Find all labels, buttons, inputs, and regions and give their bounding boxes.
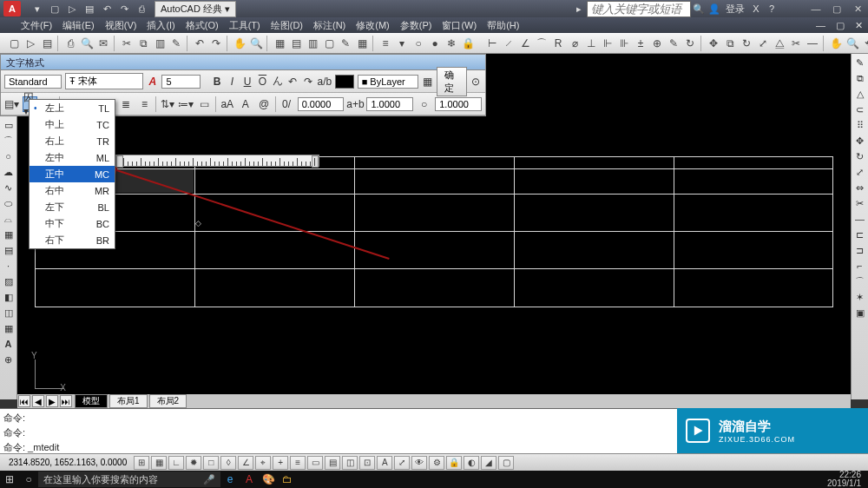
stack-button[interactable]: a/b bbox=[318, 74, 332, 89]
layer-color-select[interactable]: ■ ByLayer bbox=[358, 75, 418, 89]
arc-icon[interactable]: ⌒ bbox=[2, 134, 16, 148]
chamfer-icon[interactable]: ⌐ bbox=[853, 259, 867, 273]
menu-help[interactable]: 帮助(H) bbox=[482, 19, 524, 32]
oblique-icon[interactable]: 0/ bbox=[279, 96, 294, 112]
tab-layout2[interactable]: 布局2 bbox=[149, 394, 187, 408]
props-icon[interactable]: ▦ bbox=[272, 36, 287, 51]
scale2-icon[interactable]: ⤢ bbox=[853, 165, 867, 179]
move-icon[interactable]: ✥ bbox=[706, 36, 721, 51]
layers-icon[interactable]: ≡ bbox=[378, 36, 393, 51]
draworder-icon[interactable]: ▣ bbox=[853, 306, 867, 320]
column-handle-icon[interactable]: ◇ bbox=[194, 217, 201, 229]
dim-arc-icon[interactable]: ⌒ bbox=[534, 36, 549, 51]
italic-button[interactable]: I bbox=[227, 74, 238, 89]
layer-off-icon[interactable]: ○ bbox=[411, 36, 426, 51]
textstyle-select[interactable]: Standard bbox=[4, 75, 62, 89]
copy3-icon[interactable]: ⧉ bbox=[853, 71, 867, 85]
numbering-icon[interactable]: ≔▾ bbox=[178, 96, 194, 112]
rotate2-icon[interactable]: ↻ bbox=[853, 149, 867, 163]
line-spacing-icon[interactable]: ⇅▾ bbox=[160, 96, 174, 112]
menu-view[interactable]: 视图(V) bbox=[100, 19, 142, 32]
erase-icon[interactable]: ✎ bbox=[853, 56, 867, 69]
size-input[interactable]: 5 bbox=[161, 75, 200, 89]
dim-edit-icon[interactable]: ✎ bbox=[666, 36, 681, 51]
otrack-toggle[interactable]: ∠ bbox=[238, 456, 253, 470]
tracking-icon[interactable]: a+b bbox=[347, 96, 363, 112]
options-icon[interactable]: ⊙ bbox=[470, 74, 482, 89]
font-select[interactable]: Ŧ 宋体 bbox=[65, 73, 143, 89]
trim2-icon[interactable]: ✂ bbox=[853, 196, 867, 210]
min-icon[interactable]: — bbox=[806, 3, 826, 15]
layer-lock-icon[interactable]: 🔒 bbox=[460, 36, 476, 51]
menu-tools[interactable]: 工具(T) bbox=[224, 19, 266, 32]
copy2-icon[interactable]: ⧉ bbox=[722, 36, 738, 51]
addsel-icon[interactable]: ⊕ bbox=[2, 353, 16, 366]
zwin-icon[interactable]: 🔍 bbox=[845, 36, 860, 51]
copy-icon[interactable]: ⧉ bbox=[135, 36, 151, 51]
field-icon[interactable]: ▭ bbox=[197, 96, 212, 112]
cut-icon[interactable]: ✂ bbox=[119, 36, 135, 51]
calc-icon[interactable]: ▦ bbox=[354, 36, 370, 51]
offset-icon[interactable]: ⊂ bbox=[853, 102, 867, 116]
region-icon[interactable]: ◫ bbox=[2, 306, 16, 320]
hw-toggle[interactable]: ◐ bbox=[464, 456, 479, 470]
ssm-icon[interactable]: ▢ bbox=[321, 36, 337, 51]
ruler-toggle-icon[interactable]: ▦ bbox=[422, 74, 433, 89]
taskbar-search[interactable]: 在这里输入你要搜索的内容 🎤 bbox=[38, 472, 220, 487]
redo2-icon[interactable]: ↷ bbox=[208, 36, 224, 51]
undo-text-icon[interactable]: ↶ bbox=[287, 74, 299, 89]
dim-cont-icon[interactable]: ⊩ bbox=[600, 36, 615, 51]
menu-dim[interactable]: 标注(N) bbox=[308, 19, 351, 32]
justify-item-mc[interactable]: 正中MC bbox=[30, 166, 115, 182]
rect-icon[interactable]: ▭ bbox=[2, 118, 16, 132]
login-label[interactable]: 登录 bbox=[722, 3, 748, 16]
lwt-toggle[interactable]: ≡ bbox=[290, 456, 306, 470]
dim-ang-icon[interactable]: ∠ bbox=[517, 36, 533, 51]
block-icon[interactable]: ▤ bbox=[2, 243, 16, 257]
join-icon[interactable]: ⊐ bbox=[853, 243, 867, 257]
tab-next-icon[interactable]: ▶ bbox=[46, 395, 58, 407]
close-icon[interactable]: ✕ bbox=[847, 3, 868, 15]
tpy-toggle[interactable]: ▭ bbox=[307, 456, 323, 470]
insert-icon[interactable]: ▦ bbox=[2, 228, 16, 241]
justify-item-bc[interactable]: 中下BC bbox=[30, 215, 115, 232]
iso-toggle[interactable]: ◢ bbox=[481, 456, 496, 470]
justify-item-br[interactable]: 右下BR bbox=[30, 232, 115, 248]
paint-icon[interactable]: 🎨 bbox=[259, 472, 278, 487]
redo-icon[interactable]: ↷ bbox=[116, 2, 132, 16]
doc-close-icon[interactable]: ✕ bbox=[850, 20, 868, 31]
symbol-icon[interactable]: @ bbox=[256, 96, 271, 112]
dim-upd-icon[interactable]: ↻ bbox=[682, 36, 698, 51]
ellipse-icon[interactable]: ⬭ bbox=[2, 196, 16, 210]
hand-icon[interactable]: ✋ bbox=[828, 36, 844, 51]
dim-lin-icon[interactable]: ⊢ bbox=[484, 36, 500, 51]
anns-toggle[interactable]: ⤢ bbox=[394, 456, 410, 470]
search-icon[interactable]: 🔍 bbox=[691, 2, 707, 16]
explorer-icon[interactable]: 🗀 bbox=[278, 472, 297, 487]
new-icon[interactable]: ▢ bbox=[47, 2, 62, 16]
lowercase-icon[interactable]: A bbox=[238, 96, 253, 112]
tab-first-icon[interactable]: ⏮ bbox=[18, 395, 30, 407]
ruler-left-handle[interactable] bbox=[116, 155, 123, 168]
spline-icon[interactable]: ∿ bbox=[2, 181, 16, 195]
justify-item-tl[interactable]: 左上TL bbox=[30, 100, 115, 116]
extend2-icon[interactable]: — bbox=[853, 212, 867, 226]
dim-ord-icon[interactable]: ⊥ bbox=[583, 36, 599, 51]
dyn-toggle[interactable]: + bbox=[273, 456, 288, 470]
tab-model[interactable]: 模型 bbox=[75, 394, 108, 408]
lock-toggle[interactable]: 🔒 bbox=[446, 456, 462, 470]
redo-text-icon[interactable]: ↷ bbox=[302, 74, 313, 89]
gradient-icon[interactable]: ◧ bbox=[2, 290, 16, 304]
dim-dia-icon[interactable]: ⌀ bbox=[567, 36, 582, 51]
fillet-icon[interactable]: ⌒ bbox=[853, 274, 867, 288]
zoom-icon[interactable]: 🔍 bbox=[248, 36, 264, 51]
menu-draw[interactable]: 绘图(D) bbox=[266, 19, 308, 32]
menu-file[interactable]: 文件(F) bbox=[16, 19, 57, 32]
menu-insert[interactable]: 插入(I) bbox=[141, 19, 180, 32]
grid-toggle[interactable]: ▦ bbox=[151, 456, 167, 470]
tracking-input[interactable]: 1.0000 bbox=[366, 97, 413, 111]
overline-button[interactable]: O bbox=[257, 74, 268, 89]
dim-rad-icon[interactable]: R bbox=[550, 36, 566, 51]
dim-base-icon[interactable]: ⊪ bbox=[616, 36, 632, 51]
annotative-icon[interactable]: A bbox=[147, 74, 158, 89]
